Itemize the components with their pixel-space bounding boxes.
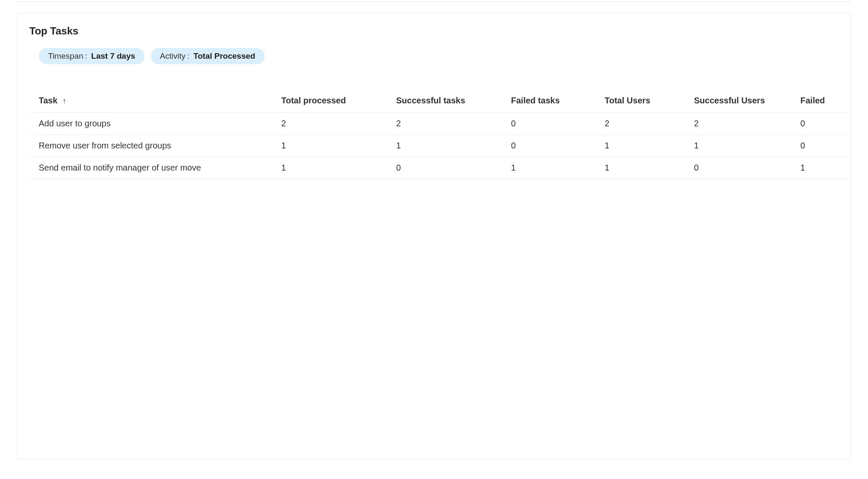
top-tasks-table: Task ↑ Total processed Successful tasks … <box>29 89 851 179</box>
table-row[interactable]: Remove user from selected groups 1 1 0 1… <box>29 135 851 157</box>
cell-failed: 1 <box>791 157 851 179</box>
table-row[interactable]: Add user to groups 2 2 0 2 2 0 <box>29 113 851 135</box>
activity-filter-label: Activity <box>160 51 186 61</box>
cell-total-processed: 1 <box>272 157 387 179</box>
column-header-failed-tasks[interactable]: Failed tasks <box>502 89 595 113</box>
activity-filter-pill[interactable]: Activity : Total Processed <box>151 48 265 64</box>
column-header-total-users[interactable]: Total Users <box>595 89 685 113</box>
cell-failed-tasks: 0 <box>502 135 595 157</box>
cell-total-users: 1 <box>595 135 685 157</box>
cell-successful-users: 2 <box>685 113 791 135</box>
cell-total-users: 2 <box>595 113 685 135</box>
cell-task: Add user to groups <box>29 113 272 135</box>
cell-total-processed: 2 <box>272 113 387 135</box>
timespan-filter-pill[interactable]: Timespan : Last 7 days <box>39 48 145 64</box>
cell-successful-users: 1 <box>685 135 791 157</box>
activity-filter-value: Total Processed <box>194 51 255 61</box>
column-header-successful-tasks[interactable]: Successful tasks <box>387 89 502 113</box>
timespan-filter-sep: : <box>85 51 90 61</box>
filter-pills: Timespan : Last 7 days Activity : Total … <box>29 48 851 64</box>
column-header-successful-users[interactable]: Successful Users <box>685 89 791 113</box>
cell-task: Remove user from selected groups <box>29 135 272 157</box>
top-tasks-card: Top Tasks Timespan : Last 7 days Activit… <box>17 13 851 459</box>
cell-task: Send email to notify manager of user mov… <box>29 157 272 179</box>
column-header-total-processed[interactable]: Total processed <box>272 89 387 113</box>
timespan-filter-label: Timespan <box>48 51 83 61</box>
timespan-filter-value: Last 7 days <box>91 51 135 61</box>
activity-filter-sep: : <box>187 51 192 61</box>
table-row[interactable]: Send email to notify manager of user mov… <box>29 157 851 179</box>
column-header-task-label: Task <box>39 96 57 105</box>
table-wrap: Task ↑ Total processed Successful tasks … <box>29 89 851 179</box>
column-header-task[interactable]: Task ↑ <box>29 89 272 113</box>
cell-failed-tasks: 1 <box>502 157 595 179</box>
table-header-row: Task ↑ Total processed Successful tasks … <box>29 89 851 113</box>
cell-successful-tasks: 0 <box>387 157 502 179</box>
cell-total-processed: 1 <box>272 135 387 157</box>
cell-successful-tasks: 1 <box>387 135 502 157</box>
column-header-failed[interactable]: Failed <box>791 89 851 113</box>
cell-failed: 0 <box>791 135 851 157</box>
top-divider <box>17 0 851 2</box>
card-title: Top Tasks <box>29 25 851 37</box>
cell-failed-tasks: 0 <box>502 113 595 135</box>
cell-successful-users: 0 <box>685 157 791 179</box>
cell-total-users: 1 <box>595 157 685 179</box>
cell-successful-tasks: 2 <box>387 113 502 135</box>
sort-ascending-icon: ↑ <box>63 97 66 105</box>
cell-failed: 0 <box>791 113 851 135</box>
